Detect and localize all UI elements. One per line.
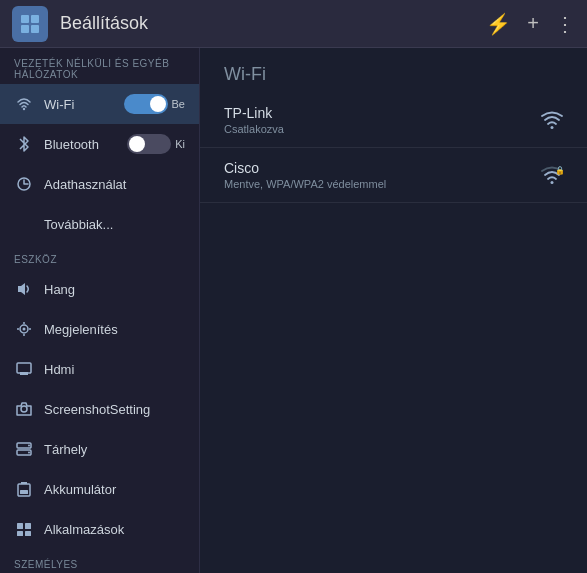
app-icon <box>12 6 48 42</box>
svg-rect-0 <box>21 15 29 23</box>
section-label-networks: VEZETÉK NÉLKÜLI ÉS EGYÉB HÁLÓZATOK <box>0 48 199 84</box>
bluetooth-toggle[interactable] <box>127 134 171 154</box>
wifi-toggle-container: Be <box>124 94 185 114</box>
more-label: Továbbiak... <box>44 217 185 232</box>
more-icon <box>14 214 34 234</box>
display-icon <box>14 319 34 339</box>
bluetooth-icon <box>14 134 34 154</box>
tplink-info: TP-Link Csatlakozva <box>224 105 541 135</box>
bluetooth-toggle-knob <box>129 136 145 152</box>
svg-rect-21 <box>21 482 27 484</box>
svg-rect-25 <box>17 531 23 536</box>
content-title: Wi-Fi <box>200 48 587 93</box>
sidebar-item-display[interactable]: Megjelenítés <box>0 309 199 349</box>
storage-label: Tárhely <box>44 442 185 457</box>
svg-text:🔒: 🔒 <box>555 166 563 175</box>
wifi-toggle-knob <box>150 96 166 112</box>
datausage-icon <box>14 174 34 194</box>
hdmi-label: Hdmi <box>44 362 185 377</box>
sidebar: VEZETÉK NÉLKÜLI ÉS EGYÉB HÁLÓZATOK Wi-Fi… <box>0 48 200 573</box>
svg-point-18 <box>28 445 30 447</box>
content-area: Wi-Fi TP-Link Csatlakozva Cisco Mentve, … <box>200 48 587 573</box>
sidebar-item-storage[interactable]: Tárhely <box>0 429 199 469</box>
sidebar-item-screenshot[interactable]: ScreenshotSetting <box>0 389 199 429</box>
topbar: Beállítások ⚡ + ⋮ <box>0 0 587 48</box>
display-label: Megjelenítés <box>44 322 185 337</box>
svg-rect-22 <box>20 490 28 494</box>
screenshot-label: ScreenshotSetting <box>44 402 185 417</box>
hdmi-icon <box>14 359 34 379</box>
page-title: Beállítások <box>60 13 486 34</box>
tplink-status: Csatlakozva <box>224 123 541 135</box>
topbar-actions: ⚡ + ⋮ <box>486 12 575 36</box>
tplink-signal-icon <box>541 111 563 129</box>
wifi-label: Wi-Fi <box>44 97 124 112</box>
bluetooth-toggle-label: Ki <box>175 138 185 150</box>
sidebar-item-battery[interactable]: Akkumulátor <box>0 469 199 509</box>
flash-icon[interactable]: ⚡ <box>486 12 511 36</box>
cisco-info: Cisco Mentve, WPA/WPA2 védelemmel <box>224 160 541 190</box>
main-layout: VEZETÉK NÉLKÜLI ÉS EGYÉB HÁLÓZATOK Wi-Fi… <box>0 48 587 573</box>
wifi-icon <box>14 94 34 114</box>
sidebar-item-wifi[interactable]: Wi-Fi Be <box>0 84 199 124</box>
network-item-cisco[interactable]: Cisco Mentve, WPA/WPA2 védelemmel 🔒 <box>200 148 587 203</box>
wifi-toggle[interactable] <box>124 94 168 114</box>
section-label-device: ESZKÖZ <box>0 244 199 269</box>
svg-point-8 <box>23 328 26 331</box>
wifi-toggle-label: Be <box>172 98 185 110</box>
cisco-signal-icon: 🔒 <box>541 166 563 184</box>
section-label-personal: SZEMÉLYES <box>0 549 199 573</box>
sidebar-item-datausage[interactable]: Adathasználat <box>0 164 199 204</box>
tplink-name: TP-Link <box>224 105 541 121</box>
cisco-status: Mentve, WPA/WPA2 védelemmel <box>224 178 541 190</box>
apps-icon <box>14 519 34 539</box>
sound-icon <box>14 279 34 299</box>
svg-rect-2 <box>21 25 29 33</box>
svg-point-4 <box>23 108 25 110</box>
screenshot-icon <box>14 399 34 419</box>
sidebar-item-apps[interactable]: Alkalmazások <box>0 509 199 549</box>
overflow-menu-icon[interactable]: ⋮ <box>555 12 575 36</box>
svg-rect-14 <box>20 372 28 375</box>
svg-rect-3 <box>31 25 39 33</box>
svg-rect-13 <box>17 363 31 373</box>
svg-rect-24 <box>25 523 31 529</box>
svg-point-15 <box>21 406 27 412</box>
bluetooth-toggle-container: Ki <box>127 134 185 154</box>
svg-rect-23 <box>17 523 23 529</box>
network-item-tplink[interactable]: TP-Link Csatlakozva <box>200 93 587 148</box>
storage-icon <box>14 439 34 459</box>
sidebar-item-more[interactable]: Továbbiak... <box>0 204 199 244</box>
svg-rect-26 <box>25 531 31 536</box>
svg-point-19 <box>28 452 30 454</box>
bluetooth-label: Bluetooth <box>44 137 127 152</box>
battery-label: Akkumulátor <box>44 482 185 497</box>
svg-marker-6 <box>18 283 25 295</box>
svg-point-29 <box>551 181 554 184</box>
svg-rect-1 <box>31 15 39 23</box>
datausage-label: Adathasználat <box>44 177 185 192</box>
sidebar-item-bluetooth[interactable]: Bluetooth Ki <box>0 124 199 164</box>
sidebar-item-hdmi[interactable]: Hdmi <box>0 349 199 389</box>
sidebar-item-sound[interactable]: Hang <box>0 269 199 309</box>
sound-label: Hang <box>44 282 185 297</box>
add-icon[interactable]: + <box>527 12 539 35</box>
battery-icon <box>14 479 34 499</box>
cisco-name: Cisco <box>224 160 541 176</box>
svg-point-28 <box>551 126 554 129</box>
apps-label: Alkalmazások <box>44 522 185 537</box>
